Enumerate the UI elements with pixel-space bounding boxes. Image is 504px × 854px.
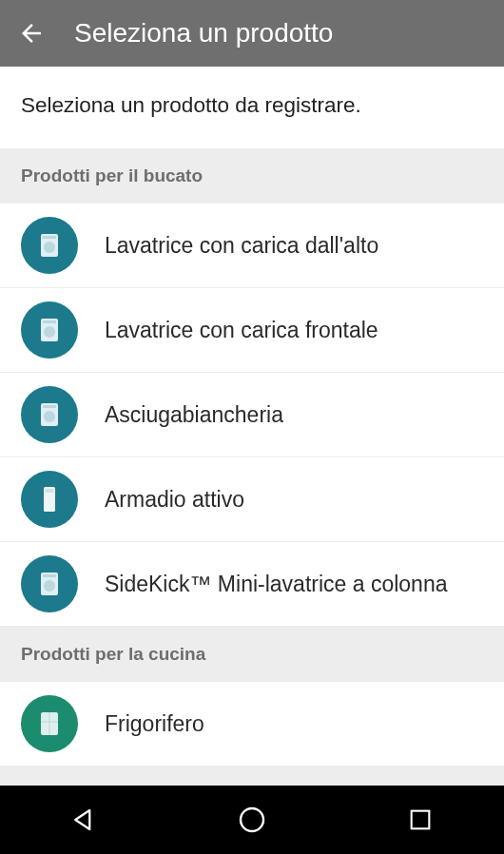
product-item-label: Lavatrice con carica dall'alto: [105, 233, 378, 259]
android-navbar: [0, 786, 504, 854]
nav-recent-button[interactable]: [392, 791, 449, 848]
fridge-icon: [21, 695, 78, 752]
circle-home-icon: [237, 805, 267, 835]
svg-point-19: [241, 808, 263, 831]
product-item[interactable]: SideKick™ Mini-lavatrice a colonna: [0, 542, 504, 627]
product-item-label: Armadio attivo: [105, 487, 244, 513]
nav-home-button[interactable]: [223, 791, 281, 848]
svg-point-7: [44, 411, 55, 422]
svg-rect-2: [43, 236, 56, 239]
product-item[interactable]: Frigorifero: [0, 682, 504, 767]
svg-rect-5: [43, 320, 56, 323]
svg-rect-13: [43, 574, 56, 577]
page-title: Seleziona un prodotto: [74, 18, 333, 49]
product-item-label: Frigorifero: [105, 711, 204, 737]
svg-rect-10: [46, 489, 54, 493]
product-item[interactable]: Lavatrice con carica dall'alto: [0, 204, 504, 288]
product-item[interactable]: Lavatrice con carica frontale: [0, 288, 504, 373]
section-header: Prodotti per il bucato: [0, 148, 504, 204]
nav-back-button[interactable]: [55, 791, 112, 848]
product-item[interactable]: Asciugabiancheria: [0, 373, 504, 457]
svg-point-4: [44, 326, 55, 338]
washer-icon: [21, 301, 78, 359]
back-arrow-icon: [17, 19, 46, 48]
product-item[interactable]: Armadio attivo: [0, 457, 504, 542]
app-header: Seleziona un prodotto: [0, 0, 504, 67]
product-item-label: SideKick™ Mini-lavatrice a colonna: [105, 572, 448, 597]
content-scroll[interactable]: Seleziona un prodotto da registrare. Pro…: [0, 67, 504, 786]
washer-icon: [21, 217, 78, 274]
cabinet-icon: [21, 471, 78, 528]
intro-text: Seleziona un prodotto da registrare.: [0, 67, 504, 148]
svg-point-1: [44, 242, 55, 253]
product-item-label: Asciugabiancheria: [105, 402, 283, 428]
section-header: Prodotti per la cucina: [0, 627, 504, 682]
washer-icon: [21, 555, 78, 612]
back-button[interactable]: [17, 19, 46, 48]
svg-point-12: [44, 580, 55, 592]
section-header: Prodotti per la cura della casa: [0, 767, 504, 786]
square-recent-icon: [407, 806, 434, 833]
svg-rect-20: [411, 811, 429, 829]
triangle-back-icon: [69, 805, 98, 834]
svg-rect-8: [43, 405, 56, 408]
product-item-label: Lavatrice con carica frontale: [105, 318, 378, 343]
washer-icon: [21, 386, 78, 443]
